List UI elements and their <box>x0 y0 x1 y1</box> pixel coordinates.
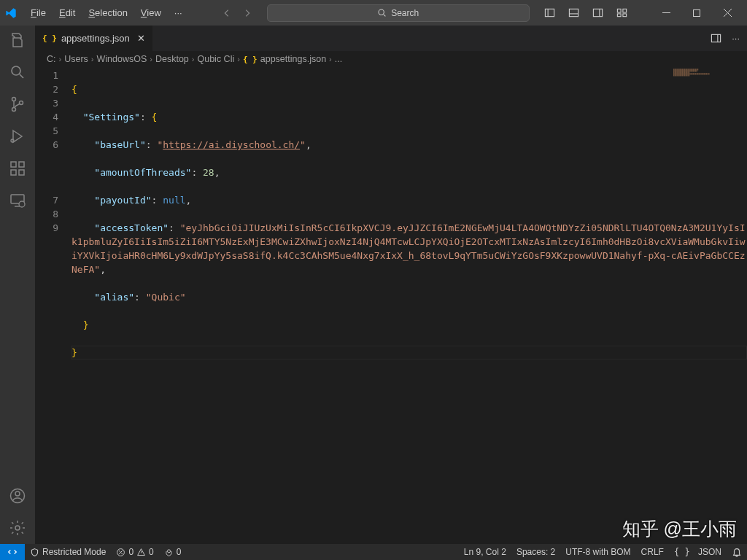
watermark: 知乎 @王小雨 <box>622 517 737 541</box>
svg-point-0 <box>379 9 384 15</box>
layout-sidebar-left-icon[interactable] <box>544 7 555 18</box>
menu-edit[interactable]: Edit <box>53 4 81 21</box>
activity-bar <box>0 26 35 544</box>
svg-rect-11 <box>623 14 627 17</box>
svg-rect-10 <box>617 14 621 17</box>
svg-point-18 <box>12 98 16 101</box>
search-placeholder: Search <box>391 8 419 18</box>
cursor-position[interactable]: Ln 9, Col 2 <box>459 544 511 560</box>
code-content[interactable]: { "Settings": { "baseUrl": "https://ai.d… <box>71 67 747 544</box>
line-numbers: 1 2 3 4 5 6 7 8 9 <box>35 67 71 544</box>
bc-seg[interactable]: Users <box>64 54 88 64</box>
layout-controls <box>544 7 627 18</box>
svg-line-1 <box>384 15 385 16</box>
statusbar: Restricted Mode 0 0 0 Ln 9, Col 2 Spaces… <box>0 544 747 560</box>
svg-rect-8 <box>617 9 621 12</box>
close-icon[interactable] <box>712 0 743 26</box>
tab-close-icon[interactable]: ✕ <box>137 33 145 44</box>
svg-rect-22 <box>11 162 16 167</box>
bc-seg[interactable]: WindowsOS <box>97 54 147 64</box>
svg-rect-13 <box>694 9 700 16</box>
menu-selection[interactable]: Selection <box>82 4 133 21</box>
window-controls <box>651 0 743 26</box>
chevron-right-icon: › <box>237 55 240 63</box>
notifications-icon[interactable] <box>727 544 747 560</box>
svg-point-38 <box>167 549 170 552</box>
svg-line-17 <box>20 74 23 78</box>
remote-indicator[interactable] <box>0 544 25 560</box>
command-search-box[interactable]: Search <box>267 4 530 22</box>
base-url-link[interactable]: https://ai.diyschool.ch/ <box>163 139 300 150</box>
tabs-row: { } appsettings.json ✕ ··· <box>35 26 747 51</box>
search-icon[interactable] <box>9 63 26 81</box>
svg-point-31 <box>15 526 20 530</box>
bc-seg[interactable]: ... <box>335 54 342 64</box>
layout-panel-icon[interactable] <box>568 7 579 18</box>
explorer-icon[interactable] <box>9 31 26 49</box>
breadcrumb[interactable]: C:› Users› WindowsOS› Desktop› Qubic Cli… <box>35 51 747 67</box>
problems[interactable]: 0 0 <box>111 544 158 560</box>
chevron-right-icon: › <box>192 55 195 63</box>
bc-seg[interactable]: Qubic Cli <box>197 54 234 64</box>
nav-arrows <box>220 7 254 20</box>
eol[interactable]: CRLF <box>636 544 669 560</box>
chevron-right-icon: › <box>91 55 94 63</box>
editor: { } appsettings.json ✕ ··· C:› Users› Wi… <box>35 26 747 544</box>
layout-sidebar-right-icon[interactable] <box>592 7 603 18</box>
language-mode[interactable]: { } JSON <box>669 544 727 560</box>
maximize-icon[interactable] <box>681 0 712 26</box>
vscode-logo-icon <box>4 7 18 20</box>
svg-point-28 <box>19 201 25 207</box>
chevron-right-icon: › <box>59 55 62 63</box>
titlebar: File Edit Selection View ··· Search <box>0 0 747 26</box>
settings-gear-icon[interactable] <box>9 519 26 537</box>
json-file-icon: { } <box>243 55 258 64</box>
tab-appsettings[interactable]: { } appsettings.json ✕ <box>35 26 153 51</box>
main-area: { } appsettings.json ✕ ··· C:› Users› Wi… <box>0 26 747 544</box>
svg-rect-25 <box>19 162 24 167</box>
menu-more[interactable]: ··· <box>169 4 188 21</box>
source-control-icon[interactable] <box>9 96 26 113</box>
minimize-icon[interactable] <box>651 0 681 26</box>
run-debug-icon[interactable] <box>9 128 26 145</box>
svg-point-16 <box>12 66 20 75</box>
tab-title: appsettings.json <box>61 33 130 44</box>
svg-point-19 <box>12 108 16 112</box>
code-area[interactable]: 1 2 3 4 5 6 7 8 9 { "Settings": { "baseU… <box>35 67 747 544</box>
menu-view[interactable]: View <box>135 4 167 21</box>
json-file-icon: { } <box>42 34 57 43</box>
chevron-right-icon: › <box>329 55 332 63</box>
split-editor-icon[interactable] <box>711 33 721 44</box>
tab-more-icon[interactable]: ··· <box>732 33 740 44</box>
bc-seg[interactable]: C: <box>47 54 56 64</box>
svg-rect-9 <box>623 9 627 12</box>
remote-explorer-icon[interactable] <box>9 192 26 209</box>
restricted-mode[interactable]: Restricted Mode <box>25 544 111 560</box>
svg-rect-4 <box>569 9 578 16</box>
svg-rect-24 <box>19 170 24 175</box>
svg-rect-6 <box>593 9 602 16</box>
svg-rect-32 <box>712 34 721 42</box>
menu-bar: File Edit Selection View ··· <box>25 4 188 21</box>
layout-custom-icon[interactable] <box>616 7 627 18</box>
svg-point-21 <box>11 139 14 142</box>
svg-point-30 <box>15 491 20 496</box>
nav-forward-icon[interactable] <box>241 7 254 20</box>
indentation[interactable]: Spaces: 2 <box>511 544 560 560</box>
menu-file[interactable]: File <box>25 4 52 21</box>
nav-back-icon[interactable] <box>220 7 233 20</box>
bc-seg[interactable]: Desktop <box>155 54 189 64</box>
ports[interactable]: 0 <box>159 544 187 560</box>
accounts-icon[interactable] <box>9 487 26 505</box>
minimap[interactable]: ▓▓▓▓▓▓▓▓▓▓▓▓▓▓▓▓▓▓▓▓▓▓▓▓▓▓▓▓▓▓▓▓▓▓▓▓▓▓▓▓… <box>673 69 743 90</box>
encoding[interactable]: UTF-8 with BOM <box>560 544 635 560</box>
extensions-icon[interactable] <box>9 160 26 177</box>
svg-rect-2 <box>545 9 554 16</box>
bc-seg[interactable]: appsettings.json <box>260 54 326 64</box>
svg-rect-23 <box>11 170 16 175</box>
chevron-right-icon: › <box>150 55 152 63</box>
